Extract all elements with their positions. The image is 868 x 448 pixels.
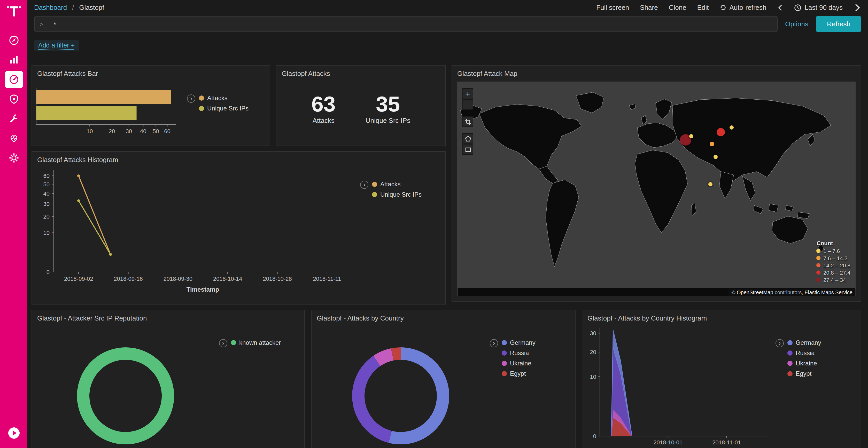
tick-label: 2018-11-01 xyxy=(712,439,741,446)
data-point[interactable] xyxy=(109,253,112,256)
zoom-out-button[interactable]: − xyxy=(462,99,473,110)
telekom-logo-icon xyxy=(7,5,21,18)
legend-label: Egypt xyxy=(796,370,811,377)
map-attribution-text[interactable]: © OpenStreetMap xyxy=(732,289,773,295)
legend-toggle-icon[interactable]: › xyxy=(776,339,784,347)
panel-title[interactable]: Glastopf Attacks Histogram xyxy=(32,152,445,164)
map-legend-range: 7.6 – 14.2 xyxy=(823,255,847,261)
bar-attacks[interactable] xyxy=(36,90,171,104)
attack-location-dot[interactable] xyxy=(730,126,734,130)
legend-label: Ukraine xyxy=(510,360,531,367)
legend-item[interactable]: Attacks xyxy=(372,181,422,188)
legend-item[interactable]: Unique Src IPs xyxy=(199,105,249,112)
legend-color-dot xyxy=(502,371,507,376)
options-link[interactable]: Options xyxy=(785,20,808,28)
attack-location-dot[interactable] xyxy=(689,134,693,139)
legend-item[interactable]: known attacker xyxy=(231,339,281,346)
time-range-picker[interactable]: Last 90 days xyxy=(795,4,843,11)
map-attribution-text[interactable]: Elastic Maps Service xyxy=(804,289,852,295)
telekom-logo[interactable] xyxy=(6,4,22,19)
bar-unique-src-ips[interactable] xyxy=(36,106,137,120)
legend-item[interactable]: Russia xyxy=(787,349,821,357)
attack-location-dot[interactable] xyxy=(709,141,714,146)
legend-item[interactable]: Ukraine xyxy=(502,360,535,367)
legend-label: Unique Src IPs xyxy=(207,105,249,112)
filter-bar: Add a filter + xyxy=(27,37,868,54)
pie-slice-russia[interactable] xyxy=(352,356,392,443)
attack-location-dot[interactable] xyxy=(714,155,718,159)
legend-item[interactable]: Egypt xyxy=(787,370,821,377)
legend-item[interactable]: Ukraine xyxy=(787,360,821,367)
zoom-in-button[interactable]: + xyxy=(462,88,473,99)
attack-location-dot[interactable] xyxy=(717,128,725,136)
edit-button[interactable]: Edit xyxy=(697,4,709,11)
sidebar-item-dashboard[interactable] xyxy=(4,71,23,88)
full-screen-button[interactable]: Full screen xyxy=(596,4,629,11)
legend-toggle-icon[interactable]: › xyxy=(360,181,368,189)
legend-item[interactable]: Germany xyxy=(787,339,821,346)
src-ip-reputation-donut xyxy=(32,323,219,448)
chart-legend: ›AttacksUnique Src IPs xyxy=(360,165,445,304)
legend-color-dot xyxy=(199,106,204,111)
sidebar-item-dev-tools[interactable] xyxy=(4,110,23,128)
legend-item[interactable]: Attacks xyxy=(199,95,249,102)
clone-button[interactable]: Clone xyxy=(669,4,686,11)
breadcrumb-dashboard[interactable]: Dashboard xyxy=(34,4,67,11)
tick-label: 10 xyxy=(590,374,596,380)
map-legend-dot xyxy=(816,249,821,253)
metric: 35Unique Src IPs xyxy=(366,93,410,125)
legend-color-dot xyxy=(231,340,236,345)
pie-slice-known-attacker[interactable] xyxy=(83,353,168,438)
legend-toggle-icon[interactable]: › xyxy=(219,339,227,347)
legend-toggle-icon[interactable]: › xyxy=(187,95,195,103)
sidebar-item-visualize[interactable] xyxy=(4,51,23,69)
legend-color-dot xyxy=(372,192,377,197)
attack-location-dot[interactable] xyxy=(709,182,713,186)
polygon-tool-button[interactable] xyxy=(462,133,473,144)
panel-title[interactable]: Glastopf - Attacks by Country xyxy=(312,310,575,322)
line-series-attacks[interactable] xyxy=(79,176,111,254)
refresh-button[interactable]: Refresh xyxy=(816,16,861,32)
sidebar-item-monitoring[interactable] xyxy=(4,130,23,147)
panel-title[interactable]: Glastopf Attack Map xyxy=(452,66,861,77)
sidebar-collapse-button[interactable] xyxy=(4,424,23,442)
map-legend-dot xyxy=(816,263,821,267)
add-filter-link[interactable]: Add a filter + xyxy=(34,40,79,50)
time-forward-button[interactable] xyxy=(854,3,861,12)
tick-label: 2018-11-11 xyxy=(313,276,341,282)
time-back-button[interactable] xyxy=(777,4,783,10)
legend-color-dot xyxy=(787,371,793,376)
share-button[interactable]: Share xyxy=(640,4,658,11)
auto-refresh-button[interactable]: Auto-refresh xyxy=(719,4,766,11)
legend-item[interactable]: Germany xyxy=(502,339,535,346)
legend-item[interactable]: Egypt xyxy=(502,370,535,377)
panel-title[interactable]: Glastopf Attacks xyxy=(276,66,445,77)
data-point[interactable] xyxy=(77,199,80,202)
panel-title[interactable]: Glastopf Attacks Bar xyxy=(32,66,270,77)
heartbeat-icon xyxy=(8,133,19,143)
map-legend-row: 1 – 7.6 xyxy=(816,248,850,254)
panel-title[interactable]: Glastopf - Attacker Src IP Reputation xyxy=(32,310,304,322)
attack-map[interactable]: +−Count1 – 7.67.6 – 14.214.2 – 20.820.8 … xyxy=(457,81,856,296)
sidebar-item-discover[interactable] xyxy=(4,32,23,49)
panel-title[interactable]: Glastopf - Attacks by Country Histogram xyxy=(582,310,861,322)
legend-item[interactable]: Unique Src IPs xyxy=(372,191,422,198)
query-input[interactable]: >_ * xyxy=(34,16,777,32)
legend-toggle-icon[interactable]: › xyxy=(490,339,498,347)
pie-slice-germany[interactable] xyxy=(389,347,449,444)
legend-item[interactable]: Russia xyxy=(502,349,535,357)
sidebar xyxy=(0,0,27,448)
crop-tool-button[interactable] xyxy=(462,116,473,127)
legend-items: GermanyRussiaUkraineEgypt xyxy=(787,339,821,377)
metric-value: 63 xyxy=(312,93,336,115)
sidebar-item-management[interactable] xyxy=(4,149,23,167)
data-point[interactable] xyxy=(77,174,80,177)
map-count-legend: Count1 – 7.67.6 – 14.214.2 – 20.820.8 – … xyxy=(816,240,850,284)
sidebar-item-security[interactable] xyxy=(4,90,23,108)
metric-value: 35 xyxy=(366,93,410,115)
legend-label: Attacks xyxy=(207,95,227,102)
legend-label: Russia xyxy=(796,349,814,357)
gear-icon xyxy=(8,153,19,163)
rectangle-tool-button[interactable] xyxy=(462,144,473,155)
line-series-unique-src-ips[interactable] xyxy=(79,201,111,254)
